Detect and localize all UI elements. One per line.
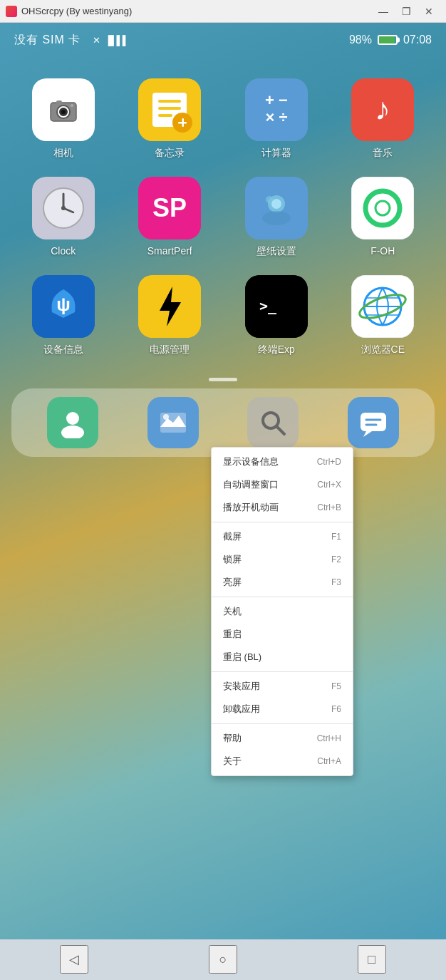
battery-pct: 98%: [349, 33, 372, 46]
app-foh[interactable]: F-OH: [334, 177, 432, 258]
browser-label: 浏览器CE: [361, 344, 405, 356]
title-bar-controls: — ❐ ✕: [372, 4, 440, 19]
app-smartperf[interactable]: SP SmartPerf: [121, 177, 219, 258]
status-bar: 没有 SIM 卡 ✕ ▐▌▌▌ 98% 07:08: [0, 23, 446, 57]
clock-label: Clock: [51, 245, 76, 257]
dock-gallery[interactable]: [147, 397, 199, 448]
menu-reboot-bl[interactable]: 重启 (BL): [212, 646, 353, 669]
svg-rect-54: [361, 413, 386, 431]
menu-auto-resize[interactable]: 自动调整窗口 Ctrl+X: [212, 473, 353, 496]
nav-bar: ◁ ○ □: [0, 939, 446, 980]
devinfo-icon: ψ: [32, 275, 95, 338]
svg-point-30: [266, 196, 273, 203]
app-wallpaper[interactable]: 壁纸设置: [227, 177, 326, 258]
menu-sep-1: [212, 522, 353, 522]
menu-play-boot-anim[interactable]: 播放开机动画 Ctrl+B: [212, 496, 353, 519]
app-powermgr[interactable]: 电源管理: [121, 275, 219, 356]
app-calc[interactable]: + − × ÷ 计算器: [227, 78, 326, 160]
svg-rect-14: [182, 118, 185, 127]
menu-shutdown[interactable]: 关机: [212, 600, 353, 623]
close-button[interactable]: ✕: [418, 4, 440, 19]
svg-text:SP: SP: [152, 193, 187, 222]
svg-point-47: [66, 412, 79, 425]
menu-sep-3: [212, 671, 353, 672]
wallpaper-label: 壁纸设置: [256, 245, 296, 258]
foh-icon: [351, 177, 414, 239]
menu-screenshot[interactable]: 截屏 F1: [212, 525, 353, 548]
terminal-icon: >_: [245, 275, 308, 338]
title-bar-text: OHScrcpy (By westinyang): [21, 6, 132, 16]
back-button[interactable]: ◁: [60, 945, 88, 974]
title-bar-left: OHScrcpy (By westinyang): [6, 6, 132, 17]
powermgr-label: 电源管理: [150, 344, 190, 356]
maximize-button[interactable]: ❐: [395, 4, 418, 19]
music-icon: ♪: [351, 78, 414, 141]
svg-rect-5: [56, 100, 62, 104]
menu-uninstall-app[interactable]: 卸载应用 F6: [212, 698, 353, 721]
page-indicator: [0, 371, 446, 388]
foh-label: F-OH: [370, 245, 395, 257]
svg-text:ψ: ψ: [56, 294, 71, 315]
svg-text:+  −: + −: [265, 91, 288, 109]
app-clock[interactable]: Clock: [14, 177, 113, 258]
app-notes[interactable]: 备忘录: [121, 78, 219, 160]
svg-point-4: [61, 110, 66, 114]
status-right: 98% 07:08: [349, 33, 432, 46]
svg-rect-32: [351, 177, 414, 239]
menu-sep-2: [212, 597, 353, 597]
smartperf-label: SmartPerf: [147, 245, 192, 257]
app-terminal[interactable]: >_ 终端Exp: [227, 275, 326, 356]
menu-help[interactable]: 帮助 Ctrl+H: [212, 727, 353, 750]
powermgr-icon: [138, 275, 201, 338]
app-browser[interactable]: 浏览器CE: [334, 275, 432, 356]
svg-rect-11: [158, 114, 172, 117]
menu-reboot[interactable]: 重启: [212, 623, 353, 646]
menu-wake-screen[interactable]: 亮屏 F3: [212, 571, 353, 594]
calc-label: 计算器: [261, 147, 291, 160]
svg-line-53: [276, 426, 284, 434]
dock-messages[interactable]: [348, 397, 399, 448]
menu-about[interactable]: 关于 Ctrl+A: [212, 750, 353, 773]
recents-button[interactable]: □: [358, 945, 386, 974]
app-music[interactable]: ♪ 音乐: [334, 78, 432, 160]
indicator-dot: [209, 378, 237, 381]
camera-icon: [32, 78, 95, 141]
app-camera[interactable]: 相机: [14, 78, 113, 160]
svg-rect-9: [158, 100, 181, 103]
wallpaper-icon: [245, 177, 308, 239]
browser-icon: [351, 275, 414, 338]
menu-show-device-info[interactable]: 显示设备信息 Ctrl+D: [212, 450, 353, 473]
svg-point-48: [61, 425, 84, 438]
svg-point-51: [163, 414, 169, 420]
svg-point-6: [71, 104, 73, 107]
home-button[interactable]: ○: [209, 945, 237, 974]
minimize-button[interactable]: —: [372, 4, 395, 19]
context-menu: 显示设备信息 Ctrl+D 自动调整窗口 Ctrl+X 播放开机动画 Ctrl+…: [211, 447, 353, 776]
notes-icon: [138, 78, 201, 141]
menu-lock-screen[interactable]: 锁屏 F2: [212, 548, 353, 571]
svg-marker-55: [363, 431, 372, 437]
music-label: 音乐: [373, 147, 393, 160]
notes-label: 备忘录: [155, 147, 185, 160]
battery-icon: [378, 35, 398, 45]
svg-point-29: [271, 199, 281, 209]
svg-text:×  ÷: × ÷: [265, 108, 287, 126]
camera-label: 相机: [53, 147, 73, 160]
dock-contacts[interactable]: [47, 397, 98, 448]
smartperf-icon: SP: [138, 177, 201, 239]
sim-status: 没有 SIM 卡 ✕ ▐▌▌▌: [14, 33, 128, 48]
svg-point-31: [262, 211, 291, 225]
app-devinfo[interactable]: ψ 设备信息: [14, 275, 113, 356]
calc-icon: + − × ÷: [245, 78, 308, 141]
phone-screen: 没有 SIM 卡 ✕ ▐▌▌▌ 98% 07:08: [0, 23, 446, 939]
app-grid: 相机 备忘录: [0, 64, 446, 371]
svg-text:♪: ♪: [375, 91, 390, 126]
menu-install-app[interactable]: 安装应用 F5: [212, 675, 353, 698]
svg-text:>_: >_: [259, 297, 277, 314]
menu-sep-4: [212, 723, 353, 724]
dock-search[interactable]: [247, 397, 299, 448]
clock-icon: [32, 177, 95, 239]
devinfo-label: 设备信息: [43, 344, 83, 356]
app-icon: [6, 6, 17, 17]
title-bar: OHScrcpy (By westinyang) — ❐ ✕: [0, 0, 446, 23]
